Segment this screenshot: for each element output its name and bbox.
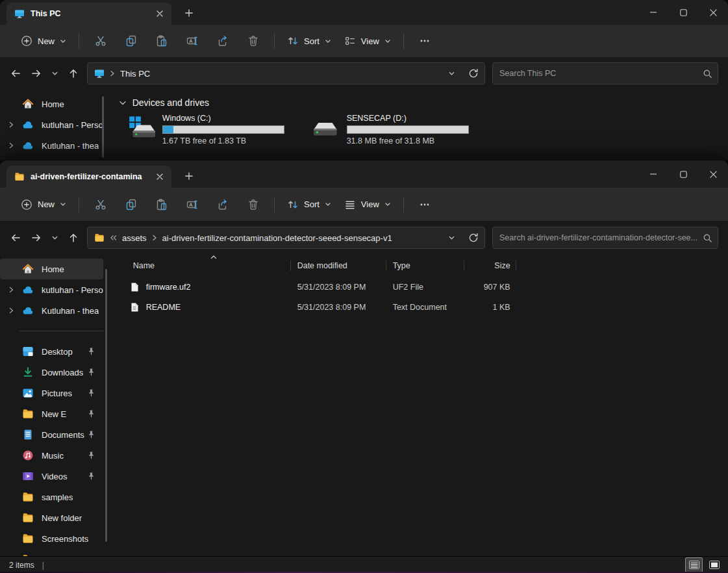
sidebar-item-home[interactable]: Home — [0, 259, 103, 279]
column-header-type[interactable]: Type — [386, 255, 464, 277]
sidebar-scrollbar[interactable] — [102, 96, 104, 158]
documents-icon — [22, 429, 34, 440]
sidebar-item-downloads[interactable]: Downloads — [0, 362, 103, 383]
address-bar[interactable]: This PC — [87, 62, 485, 84]
file-row-readme[interactable]: README 5/31/2023 8:09 PM Text Document 1… — [120, 297, 728, 317]
copy-button[interactable] — [116, 29, 146, 53]
expand-chevron-icon[interactable] — [8, 142, 14, 149]
sidebar-scrollbar[interactable] — [105, 269, 107, 542]
sidebar-item-onedrive-work[interactable]: Kutluhan - thea — [0, 300, 103, 321]
minimize-button[interactable] — [638, 0, 668, 25]
tab-folder[interactable]: ai-driven-fertilizer-contamina — [6, 166, 171, 188]
breadcrumb-current-folder[interactable]: ai-driven-fertilizer-contamination-detec… — [162, 233, 392, 243]
share-button[interactable] — [207, 193, 238, 216]
pin-icon — [87, 430, 95, 439]
view-button[interactable]: View — [338, 195, 397, 214]
drive-free-space: 1.67 TB free of 1.83 TB — [162, 136, 284, 146]
sidebar-item-samples[interactable]: samples — [0, 487, 103, 507]
thumbnail-view-toggle[interactable] — [705, 557, 723, 572]
paste-button[interactable] — [146, 29, 177, 53]
share-icon — [216, 34, 229, 47]
view-button[interactable]: View — [338, 31, 397, 51]
sidebar-item-onedrive-personal[interactable]: kutluhan - Perso — [0, 114, 103, 135]
chevron-down-icon — [60, 201, 66, 207]
recent-locations-button[interactable] — [47, 227, 63, 248]
navigation-pane: Home kutluhan - Perso — [0, 255, 115, 556]
sidebar-item-onedrive-personal[interactable]: kutluhan - Perso — [0, 279, 103, 300]
expand-chevron-icon[interactable] — [8, 286, 14, 293]
forward-button[interactable] — [26, 63, 47, 84]
sidebar-item-pictures[interactable]: Pictures — [0, 383, 103, 403]
new-tab-button[interactable] — [179, 3, 199, 23]
sidebar-item-home[interactable]: Home — [0, 94, 103, 114]
view-button-label: View — [361, 36, 379, 46]
address-bar[interactable]: assets ai-driven-fertilizer-contaminatio… — [87, 227, 485, 249]
address-dropdown-button[interactable] — [443, 229, 460, 246]
file-row-firmware[interactable]: firmware.uf2 5/31/2023 8:09 PM UF2 File … — [120, 277, 728, 297]
file-date-modified: 5/31/2023 8:09 PM — [291, 283, 386, 292]
share-button[interactable] — [207, 29, 238, 53]
close-button[interactable] — [698, 160, 728, 188]
window-content: Home kutluhan - Perso — [0, 255, 728, 556]
tab-close-button[interactable] — [152, 169, 168, 185]
new-button-label: New — [38, 199, 55, 209]
up-button[interactable] — [63, 63, 84, 84]
sidebar-item-new-e[interactable]: New E — [0, 403, 103, 424]
sidebar-item-documents[interactable]: Documents — [0, 424, 103, 445]
more-options-button[interactable] — [410, 193, 440, 216]
cut-button[interactable] — [85, 29, 116, 53]
new-button[interactable]: New — [14, 31, 73, 51]
breadcrumb-this-pc[interactable]: This PC — [120, 69, 150, 79]
more-options-button[interactable] — [410, 29, 440, 53]
delete-button[interactable] — [238, 29, 268, 53]
maximize-button[interactable] — [668, 160, 698, 188]
search-input[interactable] — [499, 233, 703, 242]
back-button[interactable] — [5, 63, 26, 84]
up-button[interactable] — [63, 227, 84, 248]
details-view-toggle[interactable] — [685, 557, 703, 572]
column-header-size[interactable]: Size — [464, 255, 516, 277]
refresh-button[interactable] — [465, 65, 482, 82]
expand-chevron-icon[interactable] — [8, 121, 14, 128]
search-input[interactable] — [499, 69, 703, 78]
copy-button[interactable] — [116, 193, 146, 216]
section-devices-and-drives[interactable]: Devices and drives — [119, 97, 728, 108]
close-button[interactable] — [698, 0, 728, 25]
column-header-date-modified[interactable]: Date modified — [291, 255, 386, 277]
recent-locations-button[interactable] — [47, 63, 63, 84]
minimize-button[interactable] — [638, 160, 668, 188]
column-header-name[interactable]: Name — [120, 255, 291, 277]
paste-button[interactable] — [146, 193, 177, 216]
this-pc-icon — [94, 68, 105, 79]
file-type: Text Document — [386, 303, 464, 312]
address-dropdown-button[interactable] — [443, 65, 460, 82]
paste-icon — [155, 34, 168, 47]
forward-button[interactable] — [26, 227, 47, 248]
share-icon — [216, 198, 229, 211]
delete-button[interactable] — [238, 193, 268, 216]
expand-chevron-icon[interactable] — [8, 307, 14, 314]
text-document-icon — [129, 302, 140, 312]
sidebar-item-videos[interactable]: Videos — [0, 466, 103, 487]
refresh-button[interactable] — [465, 229, 482, 246]
sidebar-item-music[interactable]: Music — [0, 445, 103, 466]
new-tab-button[interactable] — [179, 166, 199, 186]
drive-windows-c[interactable]: Windows (C:) 1.67 TB free of 1.83 TB — [125, 114, 290, 146]
sort-button[interactable]: Sort — [281, 31, 338, 51]
rename-button[interactable] — [177, 29, 207, 53]
sidebar-item-onedrive-work[interactable]: Kutluhan - thea — [0, 135, 103, 156]
tab-this-pc[interactable]: This PC — [6, 3, 171, 25]
back-button[interactable] — [5, 227, 26, 248]
sidebar-item-screenshots[interactable]: Screenshots — [0, 528, 103, 549]
cut-button[interactable] — [85, 193, 116, 216]
sort-button[interactable]: Sort — [281, 195, 338, 214]
breadcrumb-assets[interactable]: assets — [122, 233, 147, 243]
tab-close-button[interactable] — [152, 6, 168, 21]
sidebar-item-new-folder[interactable]: New folder — [0, 507, 103, 528]
drive-sensecap-d[interactable]: SENSECAP (D:) 31.8 MB free of 31.8 MB — [310, 114, 475, 146]
maximize-button[interactable] — [668, 0, 698, 25]
rename-button[interactable] — [177, 193, 207, 216]
new-button[interactable]: New — [14, 195, 73, 214]
sidebar-item-desktop[interactable]: Desktop — [0, 341, 103, 362]
home-icon — [22, 263, 34, 275]
